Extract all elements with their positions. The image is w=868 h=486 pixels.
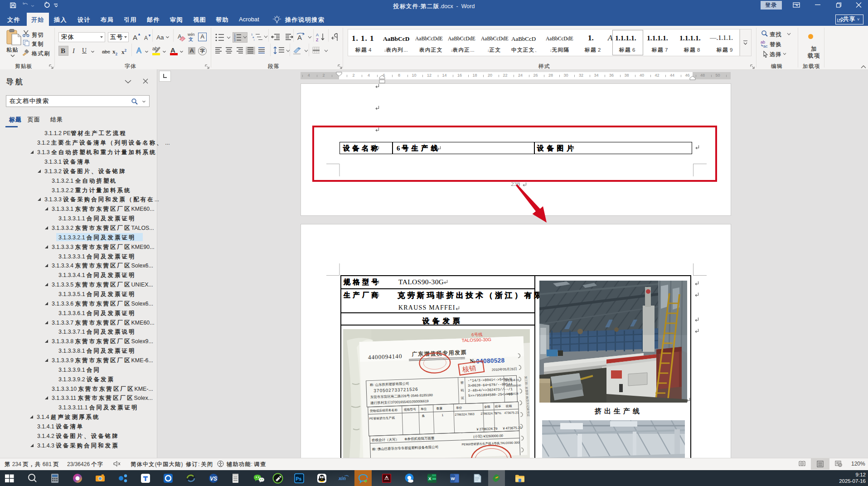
svg-text:ac: ac bbox=[763, 44, 768, 48]
svg-text:数量: 数量 bbox=[436, 407, 443, 410]
svg-text:¥ 2786324.79: ¥ 2786324.79 bbox=[476, 427, 497, 432]
svg-text:2786324.79: 2786324.79 bbox=[480, 412, 497, 415]
svg-text:单价: 单价 bbox=[456, 406, 462, 409]
svg-text:密: 密 bbox=[461, 381, 464, 384]
svg-text:04080528: 04080528 bbox=[506, 392, 519, 395]
svg-text:4400094140: 4400094140 bbox=[368, 353, 402, 361]
svg-text:¥ 473675.21: ¥ 473675.21 bbox=[503, 426, 522, 430]
svg-text:VS: VS bbox=[210, 476, 217, 482]
svg-text:№: № bbox=[470, 357, 476, 364]
svg-text:条: 条 bbox=[422, 414, 425, 417]
svg-text:473675.21: 473675.21 bbox=[504, 411, 519, 414]
svg-text:xin: xin bbox=[338, 476, 346, 481]
svg-text:区: 区 bbox=[461, 396, 464, 399]
svg-text:6号线: 6号线 bbox=[471, 332, 483, 337]
svg-text:4400094140: 4400094140 bbox=[506, 384, 521, 387]
svg-text:Ps: Ps bbox=[296, 476, 302, 481]
svg-text:W: W bbox=[451, 476, 455, 481]
svg-text:加密版本:01: 加密版本:01 bbox=[505, 378, 520, 382]
svg-text:TALOS90-30G: TALOS90-30G bbox=[461, 337, 491, 343]
svg-text:1: 1 bbox=[441, 413, 443, 417]
svg-text:X: X bbox=[428, 476, 432, 481]
svg-text:单位: 单位 bbox=[421, 407, 427, 410]
svg-text:码: 码 bbox=[461, 389, 464, 392]
svg-text:17%: 17% bbox=[495, 412, 501, 415]
